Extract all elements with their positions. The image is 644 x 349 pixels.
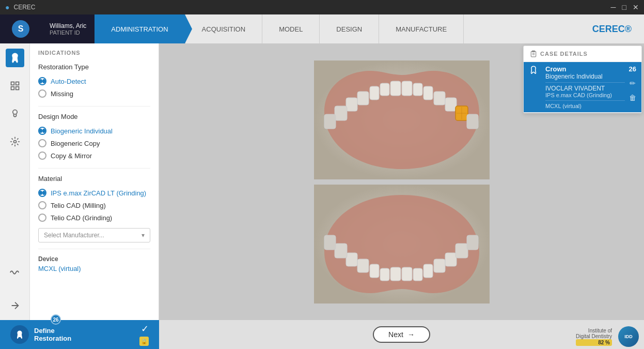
- app-title: CEREC: [13, 4, 35, 11]
- svg-rect-29: [423, 264, 433, 278]
- telio-grinding-label: Telio CAD (Grinding): [51, 214, 112, 222]
- device-label: Device: [38, 255, 150, 263]
- side-icons: [0, 43, 30, 320]
- device-value[interactable]: MCXL (virtual): [38, 265, 150, 272]
- tooth-case-icon: [529, 65, 538, 74]
- user-info: Williams, Aric PATIENT ID: [41, 14, 95, 43]
- ips-emax-option[interactable]: IPS e.max ZirCAD LT (Grinding): [38, 187, 150, 199]
- wave-side-icon[interactable]: [6, 263, 24, 282]
- svg-point-4: [12, 110, 17, 114]
- progress-badge: 82 %: [576, 339, 612, 346]
- tab-acquisition[interactable]: ACQUISITION: [185, 14, 263, 43]
- svg-rect-3: [15, 87, 19, 90]
- design-mode-title: Design Mode: [38, 113, 150, 120]
- nav-bar: S Williams, Aric PATIENT ID ADMINISTRATI…: [0, 14, 644, 43]
- manufacturer-select[interactable]: Select Manufacturer... ▾: [38, 228, 150, 242]
- crown-device: MCXL (virtual): [545, 103, 625, 109]
- ips-emax-radio[interactable]: [38, 189, 46, 197]
- tab-administration[interactable]: ADMINISTRATION: [95, 14, 185, 43]
- lower-arch: [314, 185, 490, 304]
- tooth-side-icon[interactable]: [6, 49, 24, 67]
- copy-mirror-option[interactable]: Copy & Mirror: [38, 149, 150, 162]
- copy-mirror-label: Copy & Mirror: [51, 152, 92, 160]
- tools-side-icon[interactable]: [6, 132, 24, 151]
- svg-rect-10: [413, 83, 422, 96]
- missing-option[interactable]: Missing: [38, 87, 150, 100]
- tab-model[interactable]: MODEL: [262, 14, 320, 43]
- minimize-button[interactable]: ─: [611, 3, 616, 11]
- logo-circle: S: [12, 20, 29, 38]
- svg-rect-13: [357, 92, 369, 105]
- window-controls[interactable]: ─ □ ✕: [611, 3, 639, 11]
- arrow-side-icon[interactable]: [6, 296, 24, 315]
- next-button[interactable]: Next →: [373, 326, 430, 343]
- app-icon: ●: [5, 3, 9, 11]
- material-group: IPS e.max ZirCAD LT (Grinding) Telio CAD…: [38, 187, 150, 224]
- idd-name: IDD: [624, 334, 633, 339]
- edit-case-button[interactable]: ✏: [630, 79, 636, 87]
- svg-rect-25: [402, 267, 412, 281]
- delete-case-button[interactable]: 🗑: [629, 94, 636, 102]
- telio-grinding-option[interactable]: Telio CAD (Grinding): [38, 211, 150, 224]
- logo: S: [0, 14, 41, 43]
- clipboard-icon: [530, 50, 537, 57]
- tab-manufacture[interactable]: MANUFACTURE: [379, 14, 464, 43]
- grid-side-icon[interactable]: [6, 77, 24, 95]
- svg-rect-21: [324, 114, 336, 129]
- restoration-type-title: Restoration Type: [38, 63, 150, 71]
- biogeneric-copy-radio[interactable]: [38, 139, 46, 147]
- telio-milling-option[interactable]: Telio CAD (Milling): [38, 199, 150, 211]
- missing-radio[interactable]: [38, 89, 46, 98]
- case-item-content: Crown Biogeneric Individual IVOCLAR VIVA…: [545, 65, 625, 109]
- svg-rect-15: [434, 92, 445, 105]
- device-section: Device MCXL (virtual): [38, 255, 150, 272]
- select-chevron-icon: ▾: [142, 232, 145, 239]
- svg-rect-12: [423, 86, 433, 100]
- define-restoration-button[interactable]: Define Restoration 26 ✓ 🔒: [0, 320, 159, 349]
- tooth-number-badge: 26: [51, 314, 61, 325]
- svg-rect-24: [390, 267, 401, 281]
- maximize-button[interactable]: □: [622, 3, 626, 11]
- copy-mirror-radio[interactable]: [38, 151, 46, 160]
- case-item-crown[interactable]: Crown Biogeneric Individual IVOCLAR VIVA…: [524, 62, 641, 113]
- auto-detect-radio[interactable]: [38, 77, 46, 85]
- telio-grinding-radio[interactable]: [38, 214, 46, 222]
- user-subtitle: PATIENT ID: [50, 29, 86, 36]
- svg-rect-7: [390, 81, 401, 96]
- telio-milling-label: Telio CAD (Milling): [51, 202, 106, 209]
- next-button-area: Next →: [159, 326, 644, 343]
- next-arrow-icon: →: [407, 330, 415, 339]
- idd-logo: Institute of Digital Dentistry 82 % IDD: [576, 326, 639, 347]
- auto-detect-option[interactable]: Auto-Detect: [38, 75, 150, 87]
- check-icon: ✓: [141, 323, 149, 335]
- close-button[interactable]: ✕: [633, 3, 639, 11]
- lock-icon: 🔒: [139, 337, 149, 346]
- case-item-number: 26: [629, 65, 636, 73]
- svg-rect-8: [402, 81, 412, 96]
- svg-rect-27: [413, 268, 422, 281]
- define-label: Define: [34, 327, 71, 335]
- tab-design[interactable]: DESIGN: [320, 14, 379, 43]
- panel-title: INDICATIONS: [38, 50, 150, 56]
- cerec-brand: CEREC®: [580, 14, 644, 43]
- biogeneric-individual-radio[interactable]: [38, 127, 46, 135]
- svg-point-5: [13, 141, 16, 143]
- svg-rect-11: [370, 86, 379, 100]
- biogeneric-copy-option[interactable]: Biogeneric Copy: [38, 137, 150, 149]
- restoration-label: Restoration: [34, 335, 71, 342]
- next-label: Next: [388, 330, 403, 339]
- restoration-type-group: Auto-Detect Missing: [38, 75, 150, 100]
- svg-rect-33: [445, 253, 457, 266]
- svg-rect-0: [11, 82, 14, 85]
- biogeneric-individual-option[interactable]: Biogeneric Individual: [38, 125, 150, 137]
- missing-label: Missing: [51, 90, 73, 98]
- svg-rect-30: [357, 259, 369, 272]
- telio-milling-radio[interactable]: [38, 201, 46, 209]
- idd-circle: IDD: [618, 326, 639, 347]
- case-details-title: CASE DETAILS: [540, 51, 588, 57]
- svg-rect-22: [467, 114, 478, 129]
- bulb-side-icon[interactable]: [6, 104, 24, 123]
- tooth-footer-icon: [10, 325, 29, 344]
- svg-rect-26: [380, 268, 389, 281]
- auto-detect-label: Auto-Detect: [51, 78, 86, 85]
